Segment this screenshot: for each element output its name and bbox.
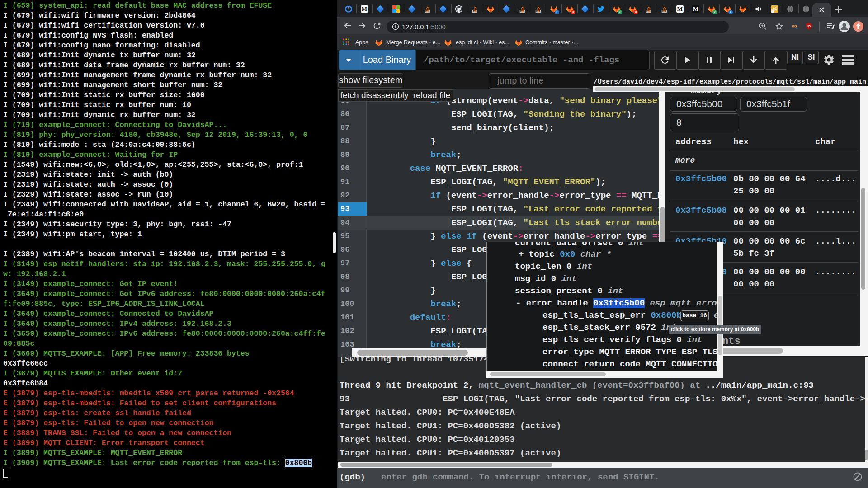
svg-text:UO: UO <box>807 25 811 28</box>
